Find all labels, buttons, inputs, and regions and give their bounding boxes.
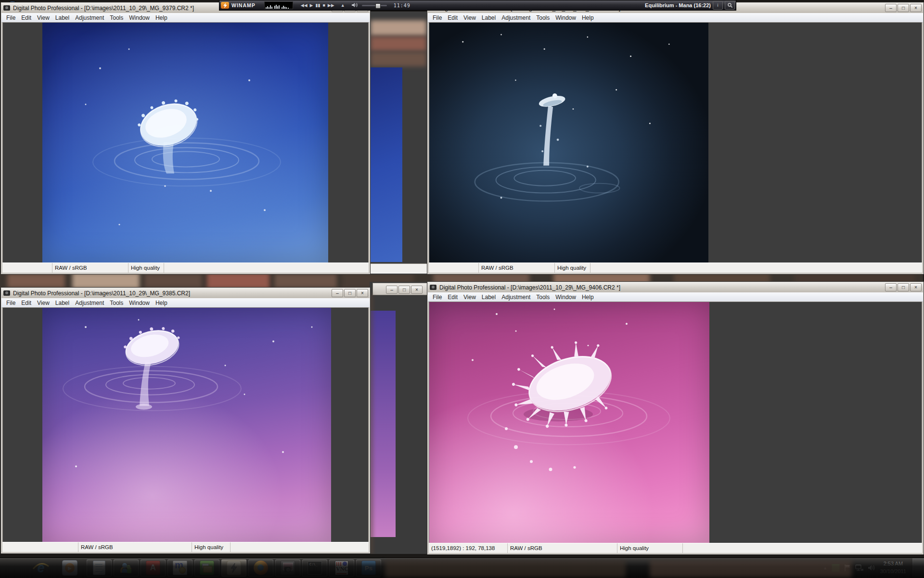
winamp-mini-bar[interactable]: WINAMP ◀◀ ▶ ▮▮ ■ ▶▶ ▲ 11:49 Equilibrium … <box>219 0 736 11</box>
menu-item-adjustment[interactable]: Adjustment <box>75 14 109 21</box>
menu-item-edit[interactable]: Edit <box>21 300 36 306</box>
eject-button[interactable]: ▲ <box>341 3 345 8</box>
maximize-button[interactable]: □ <box>898 4 909 12</box>
camera-app-icon <box>3 5 10 11</box>
menu-item-adjustment[interactable]: Adjustment <box>501 14 535 21</box>
status-cursor-coordinates: (1519,1892) : 192, 78,138 <box>429 543 508 553</box>
background-window-sliver-top <box>370 12 427 275</box>
play-button[interactable]: ▶ <box>310 3 313 8</box>
menu-bar: FileEditViewLabelAdjustmentToolsWindowHe… <box>1 13 370 23</box>
menu-item-edit[interactable]: Edit <box>448 294 462 301</box>
taskbar <box>0 558 924 578</box>
menu-item-adjustment[interactable]: Adjustment <box>501 294 535 301</box>
menu-item-window[interactable]: Window <box>555 294 581 301</box>
status-quality: High quality <box>617 543 683 553</box>
menu-item-tools[interactable]: Tools <box>110 14 128 21</box>
close-button[interactable]: × <box>411 286 423 294</box>
menu-bar: FileEditViewLabelAdjustmentToolsWindowHe… <box>428 292 923 302</box>
volume-slider-handle[interactable] <box>375 3 381 9</box>
menu-item-tools[interactable]: Tools <box>110 300 128 306</box>
menu-item-tools[interactable]: Tools <box>536 294 554 301</box>
menu-item-label[interactable]: Label <box>55 300 74 306</box>
status-cell <box>231 542 369 552</box>
status-cell <box>429 263 479 273</box>
menu-item-help[interactable]: Help <box>155 300 172 306</box>
maximize-button[interactable]: □ <box>398 286 410 294</box>
background-status-bar-sliver <box>370 263 427 274</box>
stop-button[interactable]: ■ <box>322 3 325 8</box>
volume-slider[interactable] <box>362 5 387 6</box>
menu-item-edit[interactable]: Edit <box>21 14 36 21</box>
photo-magenta-crown-splash <box>429 302 709 543</box>
status-quality: High quality <box>192 542 231 552</box>
menu-item-file[interactable]: File <box>433 294 447 301</box>
status-bar: RAW / sRGB High quality <box>429 263 922 273</box>
camera-app-icon <box>3 290 10 296</box>
menu-bar: FileEditViewLabelAdjustmentToolsWindowHe… <box>1 298 370 308</box>
status-bar: (1519,1892) : 192, 78,138 RAW / sRGB Hig… <box>429 543 922 553</box>
menu-item-help[interactable]: Help <box>582 294 599 301</box>
window-title: Digital Photo Professional - [D:\images\… <box>13 290 190 297</box>
photo-canvas <box>2 22 369 263</box>
zoom-button[interactable] <box>725 1 735 10</box>
title-bar[interactable]: Digital Photo Professional - [D:\images\… <box>428 282 923 292</box>
status-cell <box>683 543 922 553</box>
menu-item-view[interactable]: View <box>37 14 54 21</box>
info-button[interactable]: i <box>713 1 723 10</box>
minimize-button[interactable]: – <box>885 283 897 291</box>
close-button[interactable]: × <box>357 289 368 297</box>
menu-item-adjustment[interactable]: Adjustment <box>75 300 109 306</box>
close-button[interactable]: × <box>910 283 922 291</box>
status-quality: High quality <box>555 263 590 273</box>
dpp-window-top-right: Digital Photo Professional - [D:\images\… <box>427 2 924 275</box>
background-photo-blue-sliver <box>371 67 402 262</box>
maximize-button[interactable]: □ <box>344 289 356 297</box>
dpp-window-bottom-right: Digital Photo Professional - [D:\images\… <box>427 281 924 555</box>
title-bar[interactable]: Digital Photo Professional - [D:\images\… <box>1 288 370 298</box>
menu-item-file[interactable]: File <box>6 14 20 21</box>
menu-item-window[interactable]: Window <box>129 14 154 21</box>
menu-item-view[interactable]: View <box>37 300 54 306</box>
menu-item-tools[interactable]: Tools <box>536 14 554 21</box>
background-window-sliver-bottom: – □ × <box>370 282 427 554</box>
menu-item-window[interactable]: Window <box>555 14 581 21</box>
winamp-logo-icon <box>221 2 229 9</box>
photo-navy-column-splash <box>429 23 708 263</box>
status-colorspace: RAW / sRGB <box>479 263 555 273</box>
menu-item-label[interactable]: Label <box>55 14 74 21</box>
photo-canvas <box>2 307 369 542</box>
menu-item-view[interactable]: View <box>463 294 481 301</box>
minimize-button[interactable]: – <box>386 286 398 294</box>
previous-button[interactable]: ◀◀ <box>301 3 308 8</box>
window-title: Digital Photo Professional - [D:\images\… <box>13 5 194 12</box>
status-colorspace: RAW / sRGB <box>508 543 617 553</box>
menu-item-label[interactable]: Label <box>482 14 500 21</box>
minimize-button[interactable]: – <box>885 4 897 12</box>
menu-item-label[interactable]: Label <box>482 294 500 301</box>
menu-item-file[interactable]: File <box>6 300 20 306</box>
close-button[interactable]: × <box>910 4 922 12</box>
menu-item-window[interactable]: Window <box>129 300 154 306</box>
photo-blue-umbrella-splash <box>42 23 328 263</box>
menu-item-help[interactable]: Help <box>582 14 599 21</box>
photo-canvas <box>429 302 922 543</box>
menu-item-view[interactable]: View <box>463 14 481 21</box>
next-button[interactable]: ▶▶ <box>328 3 334 8</box>
minimize-button[interactable]: – <box>332 289 343 297</box>
menu-item-help[interactable]: Help <box>155 14 172 21</box>
status-cell <box>590 263 922 273</box>
status-bar: RAW / sRGB High quality <box>2 542 369 552</box>
status-cell <box>164 263 369 273</box>
background-window-titlebar: – □ × <box>372 283 427 295</box>
menu-bar: FileEditViewLabelAdjustmentToolsWindowHe… <box>428 13 923 23</box>
menu-item-edit[interactable]: Edit <box>448 14 462 21</box>
winamp-app-label: WINAMP <box>231 2 256 8</box>
status-colorspace: RAW / sRGB <box>52 263 128 273</box>
pause-button[interactable]: ▮▮ <box>316 3 321 8</box>
status-bar: RAW / sRGB High quality <box>2 263 369 273</box>
photo-canvas <box>429 22 922 263</box>
menu-item-file[interactable]: File <box>433 14 447 21</box>
track-title: Equilibrium - Mana (16:22) <box>645 2 711 8</box>
status-cell <box>2 542 78 552</box>
maximize-button[interactable]: □ <box>898 283 909 291</box>
